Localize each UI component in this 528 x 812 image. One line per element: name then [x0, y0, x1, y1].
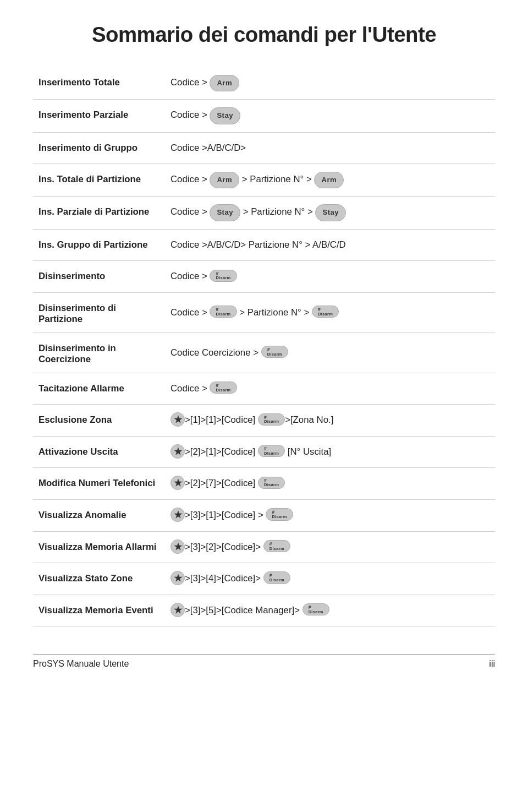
disarm-button: #Disarm	[302, 603, 329, 615]
table-row: Visualizza Anomalie ★>[3]>[1]>[Codice] >…	[33, 500, 495, 532]
command-table: Inserimento Totale Codice > Arm Inserime…	[33, 67, 495, 626]
table-row: Disinserimento di Partizione Codice > #D…	[33, 292, 495, 333]
star-button: ★	[170, 603, 185, 617]
row-label: Inserimento Parziale	[33, 100, 165, 132]
table-row: Visualizza Stato Zone ★>[3]>[4]>[Codice]…	[33, 563, 495, 595]
row-label: Visualizza Stato Zone	[33, 563, 165, 595]
table-row: Ins. Gruppo di Partizione Codice >A/B/C/…	[33, 229, 495, 261]
stay-button: Stay	[315, 204, 346, 221]
row-command: Codice > Stay	[165, 100, 495, 132]
row-command: Codice > #Disarm > Partizione N° > #Disa…	[165, 292, 495, 333]
row-label: Disinserimento	[33, 261, 165, 293]
table-row: Disinserimento Codice > #Disarm	[33, 261, 495, 293]
row-command: ★>[2]>[7]>[Codice] #Disarm	[165, 468, 495, 500]
table-row: Inserimento Totale Codice > Arm	[33, 67, 495, 100]
footer-page: iii	[489, 659, 495, 669]
row-label: Esclusione Zona	[33, 405, 165, 437]
row-command: ★>[1]>[1]>[Codice] #Disarm>[Zona No.]	[165, 405, 495, 437]
disarm-button: #Disarm	[258, 445, 285, 457]
stay-button: Stay	[210, 204, 240, 221]
disarm-button: #Disarm	[312, 306, 339, 318]
row-label: Inserimento Totale	[33, 67, 165, 100]
star-button: ★	[170, 476, 185, 490]
row-command: Codice > Stay > Partizione N° > Stay	[165, 197, 495, 229]
row-command: ★>[3]>[2]>[Codice]> #Disarm	[165, 531, 495, 563]
row-label: Modifica Numeri Telefonici	[33, 468, 165, 500]
row-command: Codice > #Disarm	[165, 261, 495, 293]
table-row: Inserimento di Gruppo Codice >A/B/C/D>	[33, 132, 495, 164]
star-button: ★	[170, 539, 185, 554]
table-row: Visualizza Memoria Allarmi ★>[3]>[2]>[Co…	[33, 531, 495, 563]
page-title: Sommario dei comandi per l'Utente	[33, 22, 495, 47]
row-label: Ins. Totale di Partizione	[33, 164, 165, 197]
star-button: ★	[170, 571, 185, 585]
table-row: Ins. Totale di Partizione Codice > Arm >…	[33, 164, 495, 197]
row-label: Tacitazione Allarme	[33, 373, 165, 405]
disarm-button: #Disarm	[210, 270, 237, 282]
table-row: Modifica Numeri Telefonici ★>[2]>[7]>[Co…	[33, 468, 495, 500]
row-label: Visualizza Memoria Eventi	[33, 595, 165, 626]
row-label: Ins. Parziale di Partizione	[33, 197, 165, 229]
disarm-button: #Disarm	[266, 508, 293, 520]
disarm-button: #Disarm	[258, 477, 285, 489]
stay-button: Stay	[210, 107, 240, 124]
table-row: Disinserimento in Coercizione Codice Coe…	[33, 333, 495, 373]
table-row: Inserimento Parziale Codice > Stay	[33, 100, 495, 132]
row-command: Codice > Arm	[165, 67, 495, 100]
row-label: Inserimento di Gruppo	[33, 132, 165, 164]
disarm-button: #Disarm	[263, 571, 290, 584]
star-button: ★	[170, 412, 185, 427]
row-command: ★>[3]>[1]>[Codice] > #Disarm	[165, 500, 495, 532]
table-row: Attivazione Uscita ★>[2]>[1]>[Codice] #D…	[33, 436, 495, 468]
row-command: ★>[3]>[4]>[Codice]> #Disarm	[165, 563, 495, 595]
table-row: Tacitazione Allarme Codice > #Disarm	[33, 373, 495, 405]
row-command: Codice >A/B/C/D>	[165, 132, 495, 164]
row-label: Visualizza Memoria Allarmi	[33, 531, 165, 563]
arm-button: Arm	[210, 75, 239, 91]
table-row: Esclusione Zona ★>[1]>[1]>[Codice] #Disa…	[33, 405, 495, 437]
row-command: ★>[2]>[1]>[Codice] #Disarm [N° Uscita]	[165, 436, 495, 468]
disarm-button: #Disarm	[261, 346, 288, 358]
table-row: Ins. Parziale di Partizione Codice > Sta…	[33, 197, 495, 229]
row-label: Visualizza Anomalie	[33, 500, 165, 532]
row-label: Disinserimento di Partizione	[33, 292, 165, 333]
row-command: Codice > #Disarm	[165, 373, 495, 405]
disarm-button: #Disarm	[210, 382, 237, 394]
row-label: Attivazione Uscita	[33, 436, 165, 468]
star-button: ★	[170, 508, 185, 522]
star-button: ★	[170, 444, 185, 459]
disarm-button: #Disarm	[258, 413, 285, 426]
disarm-button: #Disarm	[263, 540, 290, 552]
table-row: Visualizza Memoria Eventi ★>[3]>[5]>[Cod…	[33, 595, 495, 626]
row-label: Disinserimento in Coercizione	[33, 333, 165, 373]
footer: ProSYS Manuale Utente iii	[33, 654, 495, 669]
row-command: Codice > Arm > Partizione N° > Arm	[165, 164, 495, 197]
row-label: Ins. Gruppo di Partizione	[33, 229, 165, 261]
footer-brand: ProSYS Manuale Utente	[33, 659, 129, 669]
arm-button: Arm	[314, 172, 344, 188]
row-command: ★>[3]>[5]>[Codice Manager]> #Disarm	[165, 595, 495, 626]
disarm-button: #Disarm	[210, 306, 237, 318]
arm-button: Arm	[210, 172, 239, 188]
row-command: Codice >A/B/C/D> Partizione N° > A/B/C/D	[165, 229, 495, 261]
row-command: Codice Coercizione > #Disarm	[165, 333, 495, 373]
